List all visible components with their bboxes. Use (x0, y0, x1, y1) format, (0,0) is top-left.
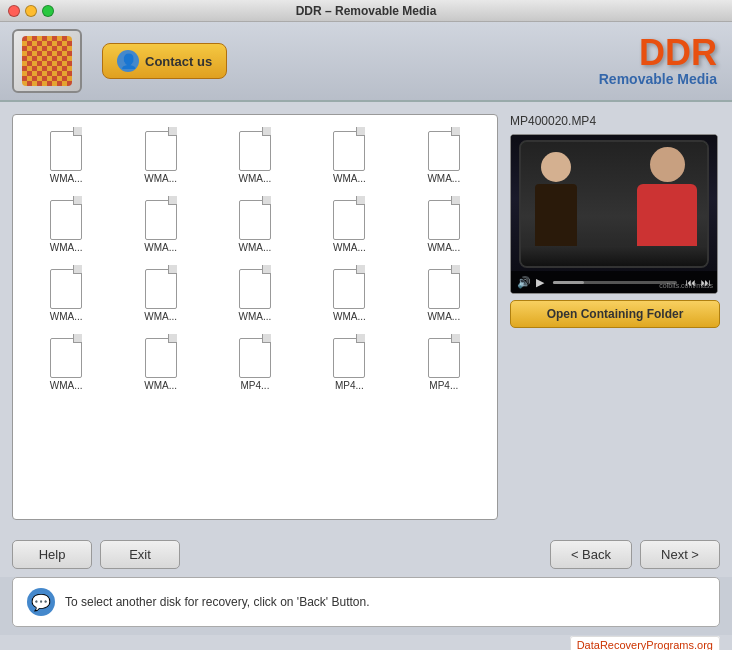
file-label: WMA... (119, 311, 201, 322)
preview-filename: MP400020.MP4 (510, 114, 720, 128)
minimize-button[interactable] (25, 5, 37, 17)
window-controls (8, 5, 54, 17)
file-icon (143, 127, 179, 171)
file-label: WMA... (25, 380, 107, 391)
file-icon (48, 196, 84, 240)
file-label: WMA... (308, 242, 390, 253)
file-icon (48, 334, 84, 378)
file-icon (331, 127, 367, 171)
file-item[interactable]: WMA... (21, 330, 111, 395)
file-icon (237, 265, 273, 309)
file-label: WMA... (403, 311, 485, 322)
file-icon (331, 334, 367, 378)
brand-main: DDR (599, 35, 717, 71)
file-icon (48, 127, 84, 171)
file-icon (143, 334, 179, 378)
file-item[interactable]: WMA... (210, 123, 300, 188)
video-scene: 🔊 ▶ ⏮ ⏭ colbits.com/mass (511, 135, 717, 293)
file-item[interactable]: WMA... (115, 261, 205, 326)
play-icon[interactable]: ▶ (536, 276, 544, 289)
file-item[interactable]: WMA... (21, 261, 111, 326)
file-label: WMA... (119, 242, 201, 253)
file-item[interactable]: WMA... (210, 261, 300, 326)
window-title: DDR – Removable Media (296, 4, 437, 18)
file-grid[interactable]: WMA... WMA... WMA... WMA... (12, 114, 498, 520)
preview-video: 🔊 ▶ ⏮ ⏭ colbits.com/mass (510, 134, 718, 294)
file-item[interactable]: WMA... (304, 192, 394, 257)
video-watermark: colbits.com/mass (659, 282, 713, 289)
file-item[interactable]: WMA... (21, 192, 111, 257)
file-label: WMA... (214, 242, 296, 253)
main-content: WMA... WMA... WMA... WMA... (0, 102, 732, 532)
file-icon (426, 196, 462, 240)
app-logo (12, 29, 82, 93)
footer: DataRecoveryPrograms.org (0, 635, 732, 650)
maximize-button[interactable] (42, 5, 54, 17)
file-item[interactable]: WMA... (399, 123, 489, 188)
file-icon (426, 265, 462, 309)
preview-panel: MP400020.MP4 (510, 114, 720, 520)
file-item[interactable]: WMA... (399, 192, 489, 257)
file-label: WMA... (25, 173, 107, 184)
file-label: WMA... (214, 311, 296, 322)
file-label: MP4... (214, 380, 296, 391)
file-label: WMA... (308, 311, 390, 322)
contact-button[interactable]: 👤 Contact us (102, 43, 227, 79)
file-item[interactable]: WMA... (210, 192, 300, 257)
file-item[interactable]: WMA... (115, 330, 205, 395)
file-icon (331, 196, 367, 240)
logo-icon (22, 36, 72, 86)
back-button[interactable]: < Back (550, 540, 632, 569)
file-icon (331, 265, 367, 309)
file-item[interactable]: MP4... (210, 330, 300, 395)
navigation-bar: Help Exit < Back Next > (0, 532, 732, 577)
open-folder-button[interactable]: Open Containing Folder (510, 300, 720, 328)
file-icon (426, 127, 462, 171)
title-bar: DDR – Removable Media (0, 0, 732, 22)
close-button[interactable] (8, 5, 20, 17)
header: 👤 Contact us DDR Removable Media (0, 22, 732, 102)
contact-label: Contact us (145, 54, 212, 69)
info-bar: 💬 To select another disk for recovery, c… (12, 577, 720, 627)
file-label: MP4... (308, 380, 390, 391)
brand-area: DDR Removable Media (599, 35, 717, 87)
file-label: WMA... (119, 380, 201, 391)
file-icon (237, 196, 273, 240)
file-icon (48, 265, 84, 309)
file-label: WMA... (214, 173, 296, 184)
file-icon (237, 127, 273, 171)
footer-link[interactable]: DataRecoveryPrograms.org (570, 636, 720, 650)
file-label: WMA... (403, 242, 485, 253)
info-icon: 💬 (27, 588, 55, 616)
file-label: WMA... (25, 242, 107, 253)
file-item[interactable]: WMA... (115, 192, 205, 257)
file-icon (426, 334, 462, 378)
file-label: WMA... (25, 311, 107, 322)
file-item[interactable]: WMA... (399, 261, 489, 326)
file-label: WMA... (119, 173, 201, 184)
file-label: WMA... (308, 173, 390, 184)
file-label: WMA... (403, 173, 485, 184)
file-icon (237, 334, 273, 378)
help-button[interactable]: Help (12, 540, 92, 569)
file-icon (143, 265, 179, 309)
file-item[interactable]: WMA... (304, 261, 394, 326)
file-item[interactable]: WMA... (115, 123, 205, 188)
file-item[interactable]: WMA... (21, 123, 111, 188)
file-label: MP4... (403, 380, 485, 391)
exit-button[interactable]: Exit (100, 540, 180, 569)
volume-icon[interactable]: 🔊 (517, 276, 531, 289)
file-item[interactable]: WMA... (304, 123, 394, 188)
file-item[interactable]: MP4... (399, 330, 489, 395)
info-message: To select another disk for recovery, cli… (65, 595, 370, 609)
brand-sub: Removable Media (599, 71, 717, 87)
file-item[interactable]: MP4... (304, 330, 394, 395)
contact-icon: 👤 (117, 50, 139, 72)
next-button[interactable]: Next > (640, 540, 720, 569)
file-icon (143, 196, 179, 240)
